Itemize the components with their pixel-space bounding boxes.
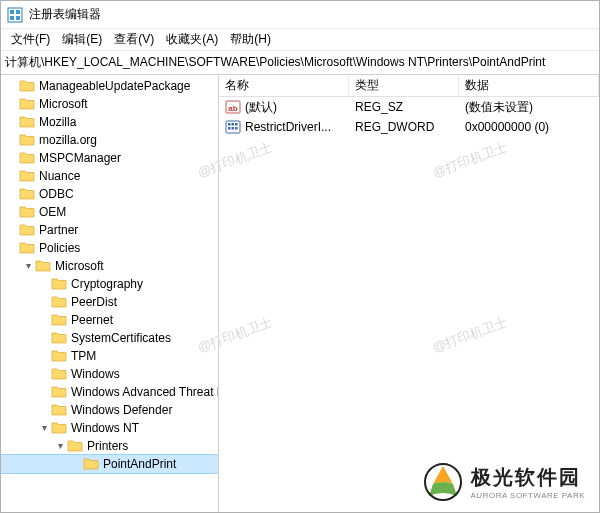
col-data[interactable]: 数据 [459,75,599,96]
tree-node[interactable]: Cryptography [1,275,218,293]
titlebar: 注册表编辑器 [1,1,599,29]
tree-node[interactable]: Nuance [1,167,218,185]
values-list: ab(默认)REG_SZ(数值未设置)RestrictDriverI...REG… [219,97,599,137]
tree-label: OEM [39,203,66,221]
values-pane: 名称 类型 数据 ab(默认)REG_SZ(数值未设置)RestrictDriv… [219,75,599,512]
tree-node[interactable]: Windows Advanced Threat Protection [1,383,218,401]
tree-node[interactable]: TPM [1,347,218,365]
value-type: REG_DWORD [349,120,459,134]
tree-label: PointAndPrint [103,455,176,473]
tree-label: Windows Defender [71,401,172,419]
svg-rect-8 [228,123,231,126]
tree-node[interactable]: Microsoft [1,95,218,113]
tree-node[interactable]: Peernet [1,311,218,329]
tree-label: Partner [39,221,78,239]
value-row[interactable]: RestrictDriverI...REG_DWORD0x00000000 (0… [219,117,599,137]
col-name[interactable]: 名称 [219,75,349,96]
svg-rect-11 [228,127,231,130]
menu-file[interactable]: 文件(F) [5,29,56,50]
value-type: REG_SZ [349,100,459,114]
tree-node[interactable]: ManageableUpdatePackage [1,77,218,95]
tree-label: ODBC [39,185,74,203]
menu-view[interactable]: 查看(V) [108,29,160,50]
svg-rect-1 [10,10,14,14]
tree-node[interactable]: Windows Defender [1,401,218,419]
menu-favorites[interactable]: 收藏夹(A) [160,29,224,50]
value-data: 0x00000000 (0) [459,120,599,134]
columns-header: 名称 类型 数据 [219,75,599,97]
tree-label: mozilla.org [39,131,97,149]
address-bar[interactable]: 计算机\HKEY_LOCAL_MACHINE\SOFTWARE\Policies… [1,51,599,75]
value-row[interactable]: ab(默认)REG_SZ(数值未设置) [219,97,599,117]
tree-node[interactable]: MSPCManager [1,149,218,167]
tree-label: Windows Advanced Threat Protection [71,383,219,401]
aurora-icon [423,462,463,502]
svg-rect-13 [235,127,238,130]
tree-node[interactable]: SystemCertificates [1,329,218,347]
tree-label: Nuance [39,167,80,185]
tree-label: TPM [71,347,96,365]
tree-node[interactable]: ODBC [1,185,218,203]
menu-edit[interactable]: 编辑(E) [56,29,108,50]
value-name: RestrictDriverI... [219,119,349,135]
col-type[interactable]: 类型 [349,75,459,96]
tree-label: Microsoft [55,257,104,275]
expander-icon[interactable]: ▾ [37,419,51,437]
brand-name-cn: 极光软件园 [471,464,585,491]
value-name: ab(默认) [219,99,349,116]
tree-label: Windows [71,365,120,383]
svg-rect-4 [16,16,20,20]
tree-node[interactable]: ▾Printers [1,437,218,455]
tree-label: Peernet [71,311,113,329]
tree-label: Printers [87,437,128,455]
tree-node[interactable]: PointAndPrint [1,455,218,473]
tree-label: ManageableUpdatePackage [39,77,190,95]
address-path: 计算机\HKEY_LOCAL_MACHINE\SOFTWARE\Policies… [5,54,545,71]
svg-rect-12 [232,127,235,130]
svg-rect-2 [16,10,20,14]
tree-node[interactable]: Mozilla [1,113,218,131]
tree-label: MSPCManager [39,149,121,167]
tree-node[interactable]: ▾Windows NT [1,419,218,437]
tree-label: Windows NT [71,419,139,437]
window-title: 注册表编辑器 [29,6,101,23]
value-data: (数值未设置) [459,99,599,116]
svg-rect-10 [235,123,238,126]
tree-label: Mozilla [39,113,76,131]
tree-label: SystemCertificates [71,329,171,347]
expander-icon[interactable]: ▾ [53,437,67,455]
tree-label: PeerDist [71,293,117,311]
tree-node[interactable]: OEM [1,203,218,221]
regedit-icon [7,7,23,23]
tree-pane[interactable]: ManageableUpdatePackageMicrosoftMozillam… [1,75,219,512]
brand-name-en: AURORA SOFTWARE PARK [471,491,585,500]
expander-icon[interactable]: ▾ [21,257,35,275]
tree-node[interactable]: mozilla.org [1,131,218,149]
tree-node[interactable]: Partner [1,221,218,239]
tree-node[interactable]: PeerDist [1,293,218,311]
tree-node[interactable]: Policies [1,239,218,257]
tree-label: Policies [39,239,80,257]
svg-text:ab: ab [228,104,237,113]
brand-logo: 极光软件园 AURORA SOFTWARE PARK [423,462,585,502]
tree-node[interactable]: ▾Microsoft [1,257,218,275]
tree-label: Microsoft [39,95,88,113]
menu-help[interactable]: 帮助(H) [224,29,277,50]
tree-node[interactable]: Windows [1,365,218,383]
tree-label: Cryptography [71,275,143,293]
menubar: 文件(F) 编辑(E) 查看(V) 收藏夹(A) 帮助(H) [1,29,599,51]
svg-rect-3 [10,16,14,20]
svg-rect-9 [232,123,235,126]
